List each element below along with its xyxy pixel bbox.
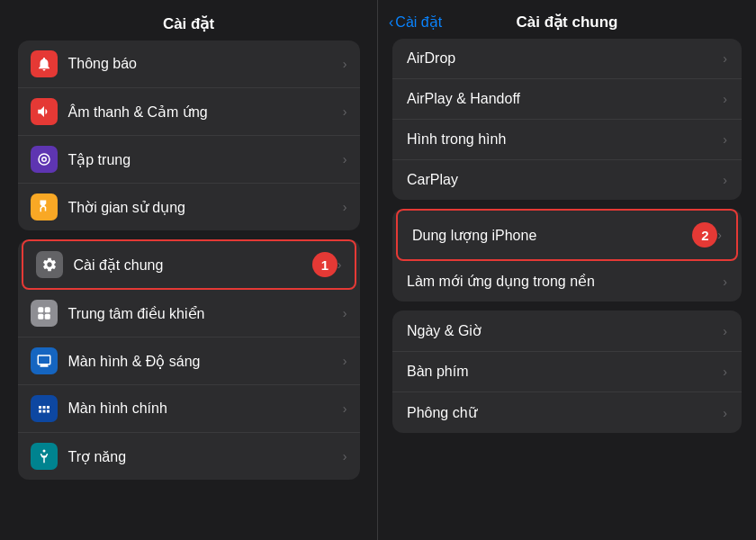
cai-dat-chung-label: Cài đặt chung: [74, 256, 305, 274]
sidebar-item-cai-dat-chung[interactable]: Cài đặt chung 1 ›: [22, 239, 356, 290]
left-panel: Cài đặt Thông báo › Âm thanh & Cảm ứng ›: [0, 0, 378, 540]
tro-nang-label: Trợ năng: [68, 448, 343, 465]
back-label: Cài đặt: [395, 14, 442, 31]
am-thanh-label: Âm thanh & Cảm ứng: [68, 104, 343, 121]
settings-group-1: Thông báo › Âm thanh & Cảm ứng › Tập tru…: [18, 40, 360, 230]
right-item-carplay[interactable]: CarPlay ›: [392, 160, 742, 200]
chevron-icon: ›: [343, 104, 347, 119]
sidebar-item-am-thanh[interactable]: Âm thanh & Cảm ứng ›: [18, 88, 360, 136]
chevron-icon: ›: [723, 132, 727, 147]
right-item-airplay[interactable]: AirPlay & Handoff ›: [392, 79, 742, 120]
chevron-icon: ›: [343, 449, 347, 464]
right-item-phong-chu[interactable]: Phông chữ ›: [392, 392, 742, 433]
chevron-icon: ›: [723, 324, 727, 338]
airplay-label: AirPlay & Handoff: [407, 91, 723, 107]
phong-chu-label: Phông chữ: [407, 404, 723, 421]
dung-luong-label: Dung lượng iPhone: [412, 227, 685, 244]
chevron-icon: ›: [343, 152, 347, 166]
right-item-hinh-trong-hinh[interactable]: Hình trong hình ›: [392, 120, 742, 160]
svg-point-4: [42, 450, 45, 453]
hourglass-icon: [31, 194, 58, 220]
badge-1: 1: [312, 252, 338, 277]
left-title: Cài đặt: [163, 0, 214, 40]
sidebar-item-thoi-gian[interactable]: Thời gian sử dụng ›: [18, 184, 360, 230]
right-item-dung-luong[interactable]: Dung lượng iPhone 2 ›: [396, 209, 738, 261]
chevron-icon: ›: [717, 228, 722, 242]
thoi-gian-label: Thời gian sử dụng: [68, 199, 343, 216]
sidebar-item-thong-bao[interactable]: Thông báo ›: [18, 40, 360, 88]
chevron-icon: ›: [723, 364, 727, 379]
chevron-icon: ›: [338, 257, 342, 272]
back-button[interactable]: ‹ Cài đặt: [389, 14, 442, 31]
trung-tam-label: Trung tâm điều khiển: [68, 305, 343, 322]
right-group-1: AirDrop › AirPlay & Handoff › Hình trong…: [392, 39, 742, 200]
home-icon: [31, 395, 58, 422]
control-icon: [31, 300, 58, 327]
right-item-ban-phim[interactable]: Bàn phím ›: [392, 352, 742, 392]
man-hinh-chinh-label: Màn hình chính: [68, 400, 343, 417]
chevron-icon: ›: [343, 306, 347, 320]
sidebar-item-man-hinh-chinh[interactable]: Màn hình chính ›: [18, 385, 360, 433]
sidebar-item-trung-tam[interactable]: Trung tâm điều khiển ›: [18, 290, 360, 338]
badge-2: 2: [692, 222, 717, 248]
chevron-icon: ›: [343, 401, 347, 416]
thong-bao-label: Thông báo: [68, 56, 343, 72]
chevron-icon: ›: [723, 51, 727, 66]
chevron-icon: ›: [723, 173, 727, 187]
carplay-label: CarPlay: [407, 172, 723, 188]
svg-rect-3: [44, 314, 50, 320]
chevron-icon: ›: [343, 57, 347, 71]
right-group-2: Dung lượng iPhone 2 › Làm mới ứng dụng t…: [392, 209, 742, 302]
chevron-icon: ›: [723, 274, 727, 289]
ban-phim-label: Bàn phím: [407, 364, 723, 380]
man-hinh-label: Màn hình & Độ sáng: [68, 353, 343, 370]
chevron-icon: ›: [343, 354, 347, 368]
chevron-left-icon: ‹: [389, 14, 393, 31]
right-group-3: Ngày & Giờ › Bàn phím › Phông chữ ›: [392, 310, 742, 433]
tap-trung-label: Tập trung: [68, 151, 343, 168]
chevron-icon: ›: [723, 406, 727, 420]
bell-icon: [31, 50, 58, 77]
sidebar-item-tro-nang[interactable]: Trợ năng ›: [18, 433, 360, 480]
sound-icon: [31, 98, 58, 125]
chevron-icon: ›: [723, 92, 727, 106]
right-item-ngay-gio[interactable]: Ngày & Giờ ›: [392, 310, 742, 352]
right-header: ‹ Cài đặt Cài đặt chung: [378, 0, 756, 39]
ngay-gio-label: Ngày & Giờ: [407, 322, 723, 339]
settings-group-2: Cài đặt chung 1 › Trung tâm điều khiển ›: [18, 239, 360, 480]
right-title: Cài đặt chung: [517, 13, 618, 32]
lam-moi-label: Làm mới ứng dụng trong nền: [407, 273, 723, 290]
gear-icon: [36, 251, 63, 278]
hinh-trong-hinh-label: Hình trong hình: [407, 131, 723, 148]
airdrop-label: AirDrop: [407, 50, 723, 67]
right-item-airdrop[interactable]: AirDrop ›: [392, 39, 742, 79]
display-icon: [31, 347, 58, 374]
svg-rect-2: [38, 314, 43, 320]
accessibility-icon: [31, 443, 58, 470]
chevron-icon: ›: [343, 200, 347, 214]
right-item-lam-moi[interactable]: Làm mới ứng dụng trong nền ›: [392, 261, 742, 302]
right-panel: ‹ Cài đặt Cài đặt chung AirDrop › AirPla…: [378, 0, 756, 540]
svg-rect-1: [44, 307, 50, 312]
sidebar-item-man-hinh-do-sang[interactable]: Màn hình & Độ sáng ›: [18, 338, 360, 385]
svg-rect-0: [38, 307, 43, 312]
sidebar-item-tap-trung[interactable]: Tập trung ›: [18, 136, 360, 184]
focus-icon: [31, 146, 58, 173]
